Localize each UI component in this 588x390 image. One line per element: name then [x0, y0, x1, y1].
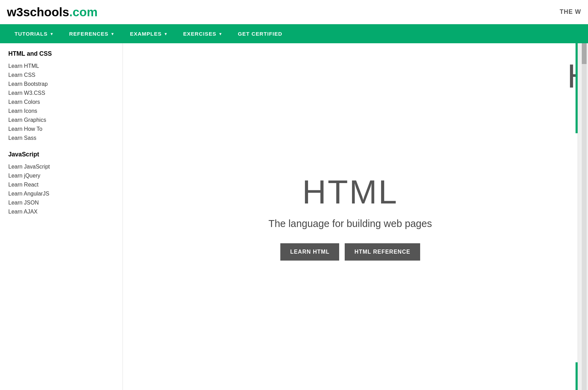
nav-references[interactable]: REFERENCES ▼: [62, 24, 123, 43]
logo-green-text: .com: [69, 5, 98, 19]
sidebar-item-learn-json[interactable]: Learn JSON: [8, 198, 114, 207]
nav-references-label: REFERENCES: [69, 31, 109, 37]
sidebar-item-learn-sass[interactable]: Learn Sass: [8, 134, 114, 143]
chevron-down-icon: ▼: [164, 32, 168, 36]
sidebar-item-learn-icons[interactable]: Learn Icons: [8, 107, 114, 116]
hero-title: HTML: [302, 173, 398, 211]
chevron-down-icon: ▼: [218, 32, 223, 36]
main-navbar: TUTORIALS ▼ REFERENCES ▼ EXAMPLES ▼ EXER…: [0, 24, 588, 43]
scrollbar-thumb[interactable]: [582, 43, 587, 64]
sidebar: HTML and CSS Learn HTML Learn CSS Learn …: [0, 43, 123, 390]
html-reference-button[interactable]: HTML REFERENCE: [345, 243, 420, 261]
nav-examples-label: EXAMPLES: [130, 31, 162, 37]
nav-get-certified[interactable]: GET CERTIFIED: [230, 24, 290, 43]
sidebar-item-learn-javascript[interactable]: Learn JavaScript: [8, 162, 114, 171]
chevron-down-icon: ▼: [50, 32, 54, 36]
hero-subtitle: The language for building web pages: [269, 218, 432, 229]
sidebar-item-learn-ajax[interactable]: Learn AJAX: [8, 207, 114, 216]
nav-tutorials[interactable]: TUTORIALS ▼: [7, 24, 62, 43]
nav-exercises-label: EXERCISES: [183, 31, 216, 37]
sidebar-item-learn-graphics[interactable]: Learn Graphics: [8, 116, 114, 125]
chevron-down-icon: ▼: [111, 32, 115, 36]
sidebar-section-html-css: HTML and CSS: [8, 50, 114, 57]
scrollbar-track[interactable]: [582, 43, 587, 390]
sidebar-item-learn-how-to[interactable]: Learn How To: [8, 125, 114, 134]
nav-get-certified-label: GET CERTIFIED: [238, 31, 282, 37]
sidebar-item-learn-bootstrap[interactable]: Learn Bootstrap: [8, 80, 114, 89]
sidebar-item-learn-w3css[interactable]: Learn W3.CSS: [8, 89, 114, 98]
sidebar-item-learn-angularjs[interactable]: Learn AngularJS: [8, 189, 114, 198]
logo-black-text: w3schools: [7, 5, 69, 19]
header-right-text: THE W: [560, 8, 581, 16]
sidebar-section-javascript: JavaScript: [8, 151, 114, 158]
scrollbar-panel: [578, 43, 588, 390]
hero-buttons: LEARN HTML HTML REFERENCE: [280, 243, 420, 261]
learn-html-button[interactable]: LEARN HTML: [280, 243, 339, 261]
nav-examples[interactable]: EXAMPLES ▼: [123, 24, 176, 43]
sidebar-item-learn-jquery[interactable]: Learn jQuery: [8, 171, 114, 180]
sidebar-item-learn-colors[interactable]: Learn Colors: [8, 98, 114, 107]
main-content: H HTML The language for building web pag…: [123, 43, 578, 390]
site-logo[interactable]: w3schools.com: [7, 5, 98, 19]
main-layout: HTML and CSS Learn HTML Learn CSS Learn …: [0, 43, 588, 390]
nav-exercises[interactable]: EXERCISES ▼: [175, 24, 230, 43]
sidebar-item-learn-css[interactable]: Learn CSS: [8, 71, 114, 80]
sidebar-item-learn-html[interactable]: Learn HTML: [8, 62, 114, 71]
sidebar-item-learn-react[interactable]: Learn React: [8, 180, 114, 189]
site-header: w3schools.com THE W: [0, 0, 588, 24]
nav-tutorials-label: TUTORIALS: [15, 31, 48, 37]
